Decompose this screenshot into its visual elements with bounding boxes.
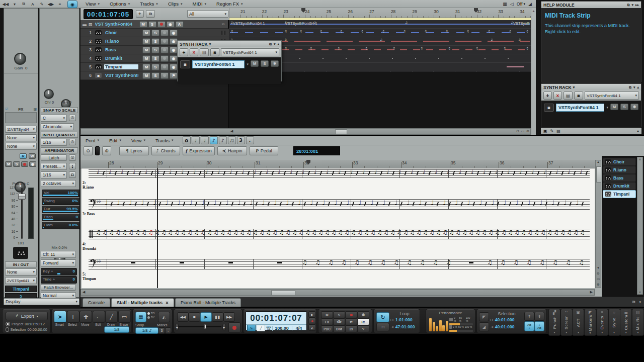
track-row-choir[interactable]: 1ChoirMS◉ (80, 29, 229, 37)
quantize-power-button[interactable]: ⏼ (69, 139, 76, 145)
folder-record-button[interactable] (157, 21, 166, 28)
staff-hscrollbar[interactable]: ◀ ▶ (80, 289, 595, 296)
synth-solo-button[interactable]: S (261, 60, 269, 67)
arp-slider-dur[interactable]: Dur99.5% (42, 206, 80, 213)
rack-delete-button[interactable]: × (553, 92, 562, 100)
pause-button[interactable]: ▮▮ (212, 312, 223, 322)
note-duration-4-button[interactable]: ♪ (219, 136, 227, 144)
track-input-echo-button[interactable]: ◉ (170, 38, 178, 45)
synth-properties-button[interactable]: ▤ (200, 48, 209, 56)
loop-end-time[interactable]: 47:01:000 (395, 324, 415, 329)
go-to-start-button[interactable]: ◀ (175, 324, 179, 330)
snap-toggle-button[interactable]: ▦ (135, 312, 146, 322)
track-name[interactable]: Bass (104, 47, 138, 52)
expression-button[interactable]: fExpression (183, 146, 215, 155)
note-duration-1-button[interactable]: ♩ (192, 136, 200, 144)
mix-s-button[interactable]: S (333, 311, 345, 318)
snap-grid-icon[interactable]: ▦ (503, 2, 507, 7)
staff-track-item-bass[interactable]: Bass (603, 174, 636, 182)
fx-bin-header[interactable]: ☑ FX ⊞ (5, 106, 37, 112)
scrollbar-thumb[interactable] (335, 129, 347, 135)
zoom-strip-plus-icon[interactable]: + (531, 9, 536, 14)
select-to-ruler-button[interactable]: ◢ (479, 322, 489, 331)
loop-toggle-button[interactable]: ↻ (376, 312, 389, 322)
arp-preset-stepper[interactable]: ▴▾ (69, 163, 76, 169)
mix--button[interactable]: ⇄ (345, 318, 357, 325)
module-button-punch[interactable]: ▞Punch▾ (548, 309, 560, 336)
instance-caret-icon[interactable]: ▾ (247, 62, 249, 66)
arp-slider-pitch[interactable]: Pitch0 (42, 214, 80, 221)
staff-menu-print[interactable]: Print▾ (80, 136, 104, 145)
staff-scroll-thumb[interactable] (271, 290, 295, 296)
record-button[interactable] (228, 322, 240, 333)
tab-staff-multiple-tracks[interactable]: Staff - Multiple tracks× (111, 298, 174, 307)
mix-pdc-button[interactable]: PDC (321, 325, 333, 332)
insert-synth-button[interactable]: + (180, 48, 188, 56)
track-input-echo-button[interactable]: ◉ (170, 30, 178, 36)
export-project-radio[interactable] (6, 322, 10, 326)
rack-solo-button[interactable]: S (620, 104, 628, 110)
stop-button[interactable]: ■ (189, 312, 200, 322)
help-next-icon[interactable]: ▸▸ (635, 3, 639, 7)
tab-piano-roll-multiple-tracks[interactable]: Piano Roll - Multiple Tracks (175, 298, 241, 307)
arp-slider-vel[interactable]: Vel100% (42, 190, 80, 197)
fast-forward-button[interactable]: ▶▶ (223, 312, 235, 322)
export-button[interactable]: ↱Export▾ (6, 312, 48, 320)
synth-rack-popup-header[interactable]: SYNTH RACK▾ ⧉▾▴ (178, 41, 281, 47)
fx-bin-list[interactable] (5, 112, 37, 123)
module-button-markers[interactable]: ◤Markers▾ (584, 309, 596, 336)
collapse-left-icon[interactable]: ◀◀ (2, 1, 9, 7)
chorus-knob[interactable] (44, 89, 54, 99)
scale-dropdown[interactable]: Chromatic▾ (41, 123, 74, 130)
track-record-button[interactable] (160, 30, 169, 36)
module-button-mix-rcl[interactable]: ▤Mix Rcl▾ (632, 309, 644, 336)
staff-track-item-drumkit[interactable]: Drumkit (603, 182, 636, 190)
staff-list-vscrollbar[interactable]: ∧ ∨ (637, 157, 643, 295)
selection-end-time[interactable]: 40:01:000 (495, 324, 515, 329)
mix-2x-button[interactable]: 2x (345, 325, 357, 332)
track-solo-button[interactable]: S (151, 30, 159, 36)
volume-fader-thumb[interactable] (18, 194, 26, 200)
snap-resolution-dropdown[interactable]: 1/8♪ (135, 327, 158, 334)
module-button-sync[interactable]: ○Sync▾ (608, 309, 620, 336)
go-to-end-button[interactable]: ▶ (222, 324, 226, 330)
zoom-box-icon[interactable]: ▭ (521, 129, 524, 133)
snap-dot-button[interactable]: . (165, 327, 171, 334)
staff-track-item-timpani[interactable]: Timpani (603, 190, 636, 198)
rack-instance-name[interactable]: VSTSynthFont64 1 (556, 104, 604, 112)
synth-rack-module-header[interactable]: SYNTH RACK▾ ⧉▾▴ (541, 84, 641, 90)
tool-edit-button[interactable]: ⌐ (93, 311, 105, 323)
score-playhead-line[interactable] (157, 168, 158, 288)
rack-synth-icon[interactable]: ◙ (574, 92, 583, 100)
clip-row-2[interactable]: ♫♫♫♫♫♫♫♫♫♫♫♫♫♫ (229, 29, 531, 37)
track-solo-button[interactable]: S (151, 55, 159, 62)
staff-track-item-riano[interactable]: R.iano (603, 166, 636, 174)
note-duration-2-button[interactable]: ♩ (201, 136, 209, 144)
score-zoomout-icon[interactable]: ⊖ (596, 272, 601, 276)
gain-knob[interactable] (14, 53, 26, 65)
help-float-icon[interactable]: ⧉ (627, 3, 629, 7)
track-record-button[interactable] (160, 47, 169, 53)
tabbar-float-icon[interactable]: ⧉ (632, 300, 635, 305)
play-button[interactable]: ▶ (200, 312, 212, 322)
tool-draw-button[interactable]: ╱ (105, 311, 118, 323)
help-module-header[interactable]: HELP MODULE ⧉▾▸▸ (541, 2, 641, 8)
rack-collapse-icon[interactable]: ▴ (637, 85, 639, 89)
zoom-out-icon[interactable]: ⊖ (516, 129, 519, 133)
arp-presets-dropdown[interactable]: Presets...▾ (41, 163, 67, 170)
help-menu-icon[interactable]: ▾ (631, 3, 633, 7)
menu-region-fx[interactable]: Region FX▾ (211, 0, 248, 8)
set-loop-from-selection-button[interactable]: ⇟ (534, 312, 544, 321)
close-tab-icon[interactable]: × (166, 300, 169, 306)
rewind-button[interactable]: ◀◀ (177, 312, 189, 322)
strip-input-echo-button[interactable]: ◉ (29, 161, 36, 167)
tabbar-menu-icon[interactable]: ▾ (639, 300, 641, 304)
track-input-echo-button[interactable]: ⚑ (170, 72, 178, 79)
staff-menu-view[interactable]: View▾ (126, 136, 150, 145)
note-duration-7-button[interactable]: . (246, 136, 254, 144)
score-zoomin-icon[interactable]: ⊕ (596, 283, 601, 287)
track-filter-dropdown[interactable]: All▾ (187, 10, 228, 18)
strip-record-button[interactable] (21, 161, 28, 167)
track-solo-button[interactable]: S (151, 64, 159, 70)
folder-input-echo-button[interactable]: ◉ (167, 21, 175, 28)
